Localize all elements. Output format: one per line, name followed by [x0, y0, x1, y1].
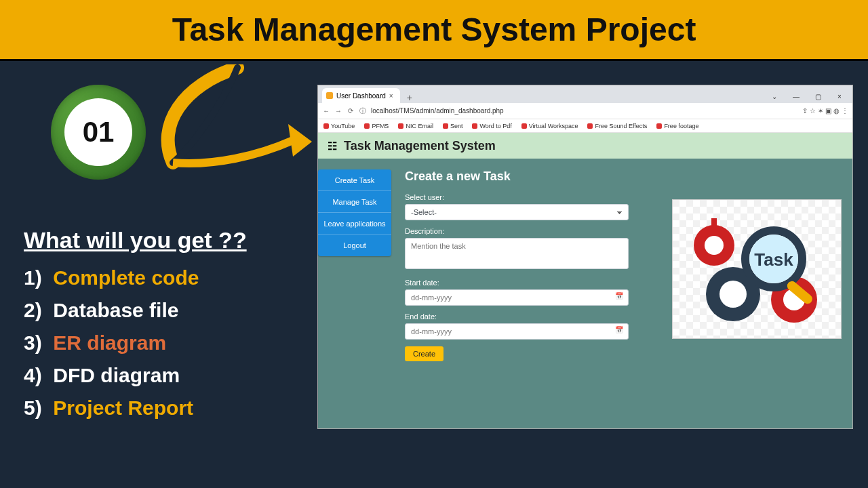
puzzle-icon[interactable]: ✶	[818, 107, 823, 115]
nav-item[interactable]: Manage Task	[318, 191, 391, 213]
bookmark-item[interactable]: Free Sound Effects	[587, 123, 647, 129]
info-icon[interactable]: ⓘ	[359, 107, 367, 115]
bookmark-item[interactable]: Word to Pdf	[472, 123, 511, 129]
benefits-item: 2) Database file	[24, 294, 247, 327]
reload-icon[interactable]: ⟳	[347, 107, 355, 115]
box-icon[interactable]: ▣	[825, 107, 831, 115]
step-badge: 01	[51, 85, 146, 180]
select-user-dropdown[interactable]: -Select-	[405, 204, 629, 220]
select-user-label: Select user:	[405, 193, 629, 201]
new-tab-button[interactable]: +	[403, 92, 416, 103]
start-date-label: Start date:	[405, 279, 629, 287]
app-title: Task Management System	[344, 139, 496, 153]
bookmark-item[interactable]: Virtual Workspace	[521, 123, 578, 129]
minimize-icon[interactable]: —	[786, 89, 806, 103]
description-input[interactable]	[405, 238, 629, 269]
menu-icon[interactable]: ⋮	[842, 107, 848, 115]
create-button[interactable]: Create	[405, 346, 443, 361]
address-bar: ← → ⟳ ⓘ localhost/TMS/admin/admin_dashbo…	[318, 103, 852, 119]
profile-icon[interactable]: ◍	[833, 107, 840, 115]
nav-item[interactable]: Leave applications	[318, 213, 391, 235]
description-label: Description:	[405, 227, 629, 235]
page-title-bar: Task Management System Project	[0, 0, 868, 61]
task-badge-word: Task	[754, 249, 793, 270]
extension-icons: ⇪ ☆ ✶ ▣ ◍ ⋮	[802, 107, 848, 115]
bookmarks-bar: YouTubePFMSNIC EmailSentWord to PdfVirtu…	[318, 119, 852, 133]
share-icon[interactable]: ⇪	[802, 107, 808, 115]
star-icon[interactable]: ☆	[810, 107, 816, 115]
tab-close-icon[interactable]: ×	[389, 92, 393, 100]
close-icon[interactable]: ×	[829, 89, 850, 103]
browser-tab[interactable]: User Dashboard ×	[322, 88, 400, 103]
back-icon[interactable]: ←	[322, 107, 330, 115]
bookmark-item[interactable]: Sent	[443, 123, 463, 129]
benefits-block: What will you get ?? 1) Complete code2) …	[24, 227, 247, 424]
start-date-input[interactable]	[405, 289, 629, 306]
app-header: ☷ Task Management System	[318, 133, 852, 159]
menu-list-icon[interactable]: ☷	[328, 140, 337, 152]
svg-point-2	[705, 236, 724, 255]
form-heading: Create a new Task	[405, 169, 839, 184]
browser-window: User Dashboard × + ⌄ — ▢ × ← → ⟳ ⓘ local…	[317, 85, 853, 429]
tab-favicon-icon	[326, 92, 333, 99]
svg-point-7	[719, 281, 747, 308]
side-nav: Create TaskManage TaskLeave applications…	[318, 169, 391, 256]
bookmark-item[interactable]: YouTube	[323, 123, 355, 129]
nav-item[interactable]: Create Task	[318, 169, 391, 191]
end-date-input[interactable]	[405, 323, 629, 340]
page-title: Task Management System Project	[172, 11, 696, 48]
gears-icon: Task	[679, 205, 835, 333]
benefits-item: 4) DFD diagram	[24, 359, 247, 392]
app-root: ☷ Task Management System Create TaskMana…	[318, 133, 852, 428]
arrow-icon	[136, 64, 332, 180]
bookmark-item[interactable]: NIC Email	[398, 123, 433, 129]
benefits-list: 1) Complete code2) Database file3) ER di…	[24, 262, 247, 424]
benefits-heading: What will you get ??	[24, 227, 247, 253]
benefits-item: 3) ER diagram	[24, 327, 247, 359]
task-illustration: Task	[672, 199, 842, 339]
browser-tabstrip: User Dashboard × + ⌄ — ▢ ×	[318, 85, 852, 103]
app-body: Create TaskManage TaskLeave applications…	[318, 159, 852, 428]
forward-icon[interactable]: →	[334, 107, 342, 115]
tab-title: User Dashboard	[336, 92, 386, 100]
bookmark-item[interactable]: PFMS	[364, 123, 389, 129]
url-field[interactable]: localhost/TMS/admin/admin_dashboard.php	[371, 107, 798, 115]
bookmark-item[interactable]: Free footage	[656, 123, 698, 129]
nav-item[interactable]: Logout	[318, 235, 391, 256]
step-badge-value: 01	[64, 98, 132, 166]
svg-rect-3	[711, 218, 717, 226]
maximize-icon[interactable]: ▢	[808, 89, 828, 103]
window-buttons: ⌄ — ▢ ×	[764, 89, 852, 103]
benefits-item: 1) Complete code	[24, 262, 247, 294]
benefits-item: 5) Project Report	[24, 392, 247, 424]
svg-marker-0	[288, 124, 312, 157]
end-date-label: End date:	[405, 312, 629, 321]
chevron-down-icon[interactable]: ⌄	[764, 89, 785, 103]
